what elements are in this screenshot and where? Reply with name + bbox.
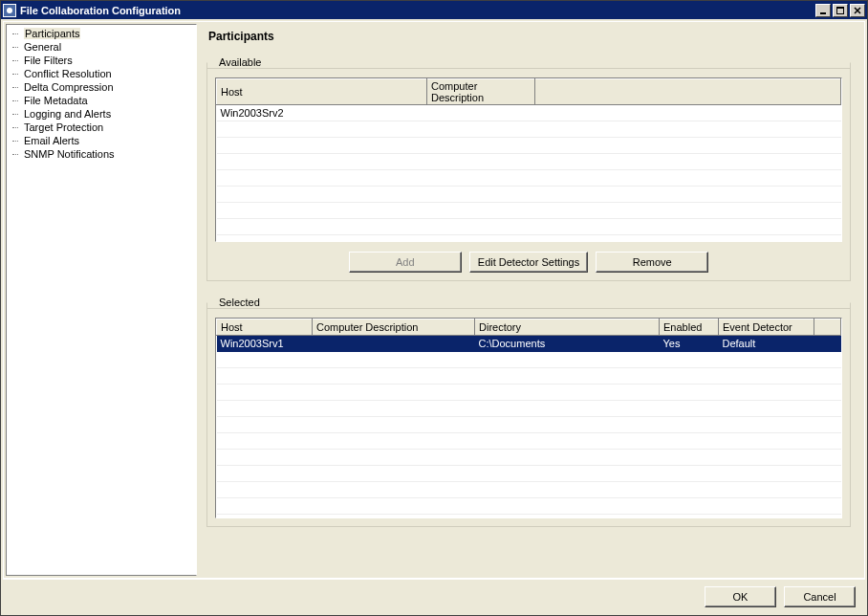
table-row xyxy=(217,401,841,417)
table-row xyxy=(217,482,841,498)
selected-legend: Selected xyxy=(215,297,264,308)
table-row xyxy=(217,498,841,515)
col-computer-description[interactable]: Computer Description xyxy=(313,319,475,336)
table-row xyxy=(217,219,841,235)
sidebar-item-label: General xyxy=(24,41,61,53)
app-icon xyxy=(3,4,16,17)
selected-table-wrap[interactable]: Host Computer Description Directory Enab… xyxy=(215,318,842,518)
sidebar-item-logging-alerts[interactable]: Logging and Alerts xyxy=(7,107,196,121)
table-row xyxy=(217,385,841,401)
sidebar-item-label: File Filters xyxy=(24,55,73,66)
available-group: Available Host Computer Description xyxy=(206,56,851,281)
sidebar-item-conflict-resolution[interactable]: Conflict Resolution xyxy=(7,67,196,80)
sidebar-item-delta-compression[interactable]: Delta Compression xyxy=(7,80,196,94)
table-row xyxy=(217,235,841,243)
table-row xyxy=(217,450,841,466)
window-buttons xyxy=(815,4,865,17)
cell-enabled: Yes xyxy=(660,336,719,352)
cell-detector: Default xyxy=(719,336,814,352)
remove-button[interactable]: Remove xyxy=(596,252,708,273)
sidebar-item-target-protection[interactable]: Target Protection xyxy=(7,121,196,134)
maximize-button[interactable] xyxy=(833,4,848,17)
col-host[interactable]: Host xyxy=(217,319,313,336)
sidebar-item-file-metadata[interactable]: File Metadata xyxy=(7,94,196,107)
titlebar: File Collaboration Configuration xyxy=(1,1,867,19)
available-legend: Available xyxy=(215,56,265,68)
col-directory[interactable]: Directory xyxy=(475,319,660,336)
table-row xyxy=(217,433,841,450)
body: Participants General File Filters Confli… xyxy=(3,21,865,579)
sidebar-item-label: Target Protection xyxy=(24,121,103,133)
col-computer-description[interactable]: Computer Description xyxy=(427,79,535,105)
sidebar-item-participants[interactable]: Participants xyxy=(7,27,196,40)
sidebar-item-snmp-notifications[interactable]: SNMP Notifications xyxy=(7,147,196,161)
col-enabled[interactable]: Enabled xyxy=(660,319,719,336)
cell-dir: C:\Documents xyxy=(475,336,660,352)
col-spacer[interactable] xyxy=(814,319,841,336)
sidebar-item-email-alerts[interactable]: Email Alerts xyxy=(7,134,196,147)
close-button[interactable] xyxy=(850,4,865,17)
main-panel: Participants Available Host Computer Des… xyxy=(199,22,864,578)
minimize-button[interactable] xyxy=(815,4,831,17)
table-row xyxy=(217,121,841,138)
sidebar-item-label: Logging and Alerts xyxy=(24,108,111,120)
footer: OK Cancel xyxy=(3,579,865,613)
cell-host: Win2003Srv2 xyxy=(217,105,427,121)
edit-detector-button[interactable]: Edit Detector Settings xyxy=(469,252,588,273)
table-row xyxy=(217,352,841,368)
window-title: File Collaboration Configuration xyxy=(20,5,815,16)
cell-host: Win2003Srv1 xyxy=(217,336,313,352)
sidebar-item-file-filters[interactable]: File Filters xyxy=(7,54,196,67)
col-event-detector[interactable]: Event Detector xyxy=(719,319,814,336)
table-row xyxy=(217,187,841,203)
client-area: Participants General File Filters Confli… xyxy=(1,19,867,615)
svg-rect-2 xyxy=(836,7,844,9)
sidebar-item-label: File Metadata xyxy=(24,95,88,106)
table-row xyxy=(217,368,841,385)
page-title: Participants xyxy=(208,30,851,43)
window: File Collaboration Configuration Partici… xyxy=(0,0,868,616)
sidebar-item-label: SNMP Notifications xyxy=(24,148,115,160)
table-row[interactable]: Win2003Srv1 C:\Documents Yes Default xyxy=(217,336,841,352)
table-row xyxy=(217,203,841,219)
sidebar-tree[interactable]: Participants General File Filters Confli… xyxy=(6,24,197,576)
sidebar-item-label: Conflict Resolution xyxy=(24,68,112,79)
sidebar-item-label: Delta Compression xyxy=(24,81,114,93)
col-spacer[interactable] xyxy=(535,79,841,105)
available-buttons: Add Edit Detector Settings Remove xyxy=(215,252,842,273)
available-table-wrap[interactable]: Host Computer Description Win2003Srv2 xyxy=(215,77,842,242)
svg-rect-0 xyxy=(820,12,826,14)
col-host[interactable]: Host xyxy=(217,79,427,105)
table-row xyxy=(217,138,841,154)
selected-table: Host Computer Description Directory Enab… xyxy=(216,319,841,515)
ok-button[interactable]: OK xyxy=(705,586,776,607)
cell-desc xyxy=(427,105,535,121)
table-row xyxy=(217,154,841,170)
available-table: Host Computer Description Win2003Srv2 xyxy=(216,78,841,242)
cancel-button[interactable]: Cancel xyxy=(784,586,856,607)
sidebar-item-label: Email Alerts xyxy=(24,135,79,146)
table-row xyxy=(217,466,841,482)
table-row xyxy=(217,417,841,433)
sidebar-item-label: Participants xyxy=(24,28,80,39)
cell-desc xyxy=(313,336,475,352)
selected-group: Selected Host Computer Description Direc… xyxy=(206,297,851,527)
table-row[interactable]: Win2003Srv2 xyxy=(217,105,841,121)
sidebar-item-general[interactable]: General xyxy=(7,40,196,54)
table-row xyxy=(217,170,841,187)
add-button[interactable]: Add xyxy=(349,252,462,273)
